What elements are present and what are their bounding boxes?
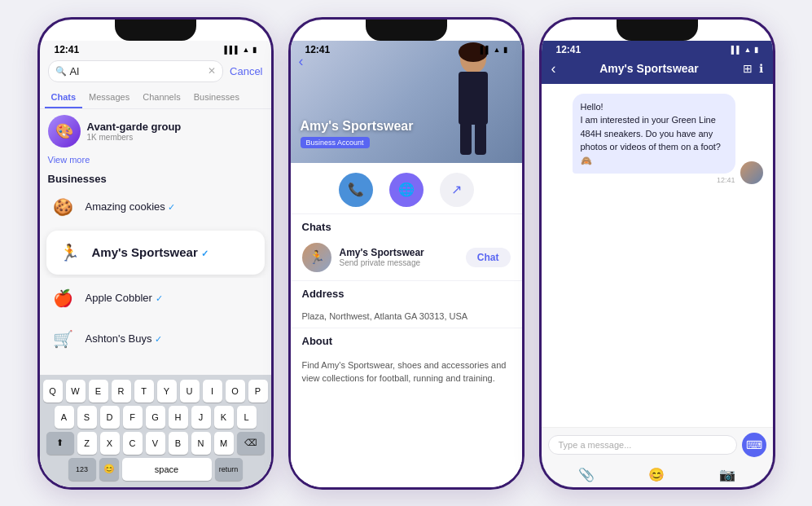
key-i[interactable]: I (203, 380, 222, 403)
chats-entry-sub: Send private message (340, 258, 424, 267)
key-b[interactable]: B (169, 432, 188, 455)
key-c[interactable]: C (123, 432, 143, 455)
keyboard-row-3: ⬆ Z X C V B N M ⌫ (43, 432, 268, 455)
key-r[interactable]: R (112, 380, 131, 403)
key-d[interactable]: D (100, 406, 120, 429)
key-backspace[interactable]: ⌫ (237, 432, 265, 455)
menu-icon[interactable]: ⊞ (743, 62, 753, 75)
tabs-row: Chats Messages Channels Businesses (40, 87, 271, 109)
key-p[interactable]: P (248, 380, 268, 403)
attachment-icon[interactable]: 📎 (578, 467, 595, 482)
key-o[interactable]: O (226, 380, 245, 403)
key-z[interactable]: Z (77, 432, 97, 455)
key-j[interactable]: J (191, 406, 211, 429)
send-button[interactable]: ⌨ (742, 433, 766, 457)
key-q[interactable]: Q (43, 380, 63, 403)
phone-profile: 12:41 ▌▌ ▲ ▮ ‹ (288, 17, 525, 490)
chats-avatar: 🏃 (302, 243, 331, 272)
search-icon: 🔍 (55, 66, 67, 77)
message-input[interactable]: Type a message... (548, 435, 737, 455)
group-avatar: 🎨 (48, 115, 81, 147)
chat-toolbar: 📎 😊 📷 (542, 462, 773, 487)
key-s[interactable]: S (77, 406, 97, 429)
chat-area: Hello!I am interested in your Green Line… (542, 84, 773, 427)
share-button[interactable]: ↗ (440, 173, 474, 207)
search-input-wrap[interactable]: 🔍 Al ✕ (48, 60, 224, 82)
keyboard-row-1: Q W E R T Y U I O P (43, 380, 268, 403)
profile-name: Amy's Sportswear (301, 119, 414, 134)
key-e[interactable]: E (89, 380, 108, 403)
key-return[interactable]: return (215, 458, 243, 481)
biz-name-apple: Apple Cobbler ✓ (86, 292, 163, 304)
phone-chat: 12:41 ▌▌ ▲ ▮ ‹ Amy's Sportswear ⊞ ℹ Hell… (539, 17, 775, 490)
highlighted-business-item[interactable]: 🏃 Amy's Sportswear ✓ (46, 231, 265, 275)
key-v[interactable]: V (146, 432, 165, 455)
back-button-p3[interactable]: ‹ (551, 60, 556, 77)
call-button[interactable]: 📞 (339, 173, 373, 207)
about-value: Find Amy's Sportswear, shoes and accesso… (291, 355, 522, 394)
list-item[interactable]: 🍎 Apple Cobbler ✓ (40, 278, 271, 319)
key-m[interactable]: M (214, 432, 234, 455)
key-t[interactable]: T (134, 380, 154, 403)
web-button[interactable]: 🌐 (389, 173, 424, 207)
verified-icon-amy: ✓ (201, 249, 208, 258)
group-info: Avant-garde group 1K members (87, 121, 182, 142)
tab-messages[interactable]: Messages (82, 87, 136, 108)
sent-bubble: Hello!I am interested in your Green Line… (573, 94, 735, 174)
status-bar-1: 12:41 ▌▌▌ ▲ ▮ (40, 41, 271, 57)
key-y[interactable]: Y (157, 380, 177, 403)
chats-section: Chats 🏃 Amy's Sportswear Send private me… (291, 213, 522, 280)
key-f[interactable]: F (123, 406, 143, 429)
chats-entry-info: Amy's Sportswear Send private message (340, 247, 424, 267)
camera-icon[interactable]: 📷 (719, 467, 735, 482)
chats-entry: 🏃 Amy's Sportswear Send private message … (302, 238, 511, 277)
key-g[interactable]: G (146, 406, 165, 429)
keyboard: Q W E R T Y U I O P A S D F G H J K L (40, 375, 271, 487)
key-k[interactable]: K (214, 406, 234, 429)
cancel-button[interactable]: Cancel (230, 65, 262, 77)
biz-name-cookies: Amazing cookies ✓ (86, 200, 176, 213)
bubble-time: 12:41 (573, 176, 735, 184)
list-item[interactable]: 🍪 Amazing cookies ✓ (40, 187, 271, 227)
wifi-icon-2: ▲ (494, 46, 501, 54)
key-emoji[interactable]: 😊 (99, 458, 119, 481)
chat-input-bar: Type a message... ⌨ (542, 427, 773, 462)
group-name: Avant-garde group (87, 121, 182, 133)
key-n[interactable]: N (191, 432, 211, 455)
action-buttons: 📞 🌐 ↗ (291, 163, 522, 213)
status-icons-3: ▌▌ ▲ ▮ (731, 46, 758, 54)
key-123[interactable]: 123 (68, 458, 96, 481)
message-bubble: Hello!I am interested in your Green Line… (573, 94, 735, 185)
search-input-text: Al (70, 65, 205, 77)
battery-icon-3: ▮ (754, 46, 758, 54)
search-clear-icon[interactable]: ✕ (208, 65, 216, 77)
chats-section-title: Chats (302, 221, 511, 233)
address-section: Address (291, 280, 522, 308)
chat-list: 🎨 Avant-garde group 1K members View more… (40, 109, 271, 375)
chat-title: Amy's Sportswear (563, 62, 736, 75)
business-badge: Business Account (301, 137, 370, 148)
key-a[interactable]: A (55, 406, 74, 429)
key-space[interactable]: space (122, 458, 212, 481)
view-more-link[interactable]: View more (40, 153, 271, 169)
group-item[interactable]: 🎨 Avant-garde group 1K members (40, 109, 271, 153)
tab-businesses[interactable]: Businesses (187, 87, 246, 108)
svg-rect-4 (475, 122, 486, 155)
emoji-icon[interactable]: 😊 (648, 467, 665, 482)
list-item[interactable]: 🛒 Ashton's Buys ✓ (40, 319, 271, 359)
tab-channels[interactable]: Channels (136, 87, 187, 108)
chat-header-icons: ⊞ ℹ (743, 62, 763, 75)
key-u[interactable]: U (180, 380, 200, 403)
battery-icon-2: ▮ (503, 46, 507, 54)
info-icon[interactable]: ℹ (759, 62, 763, 75)
address-value: Plaza, Northwest, Atlanta GA 30313, USA (291, 308, 522, 328)
key-shift[interactable]: ⬆ (46, 432, 74, 455)
key-w[interactable]: W (66, 380, 86, 403)
tab-chats[interactable]: Chats (45, 87, 83, 108)
biz-avatar-apple: 🍎 (48, 283, 79, 314)
key-l[interactable]: L (237, 406, 257, 429)
key-h[interactable]: H (169, 406, 188, 429)
key-x[interactable]: X (100, 432, 120, 455)
signal-icon: ▌▌▌ (224, 46, 239, 54)
chat-button[interactable]: Chat (466, 248, 511, 267)
